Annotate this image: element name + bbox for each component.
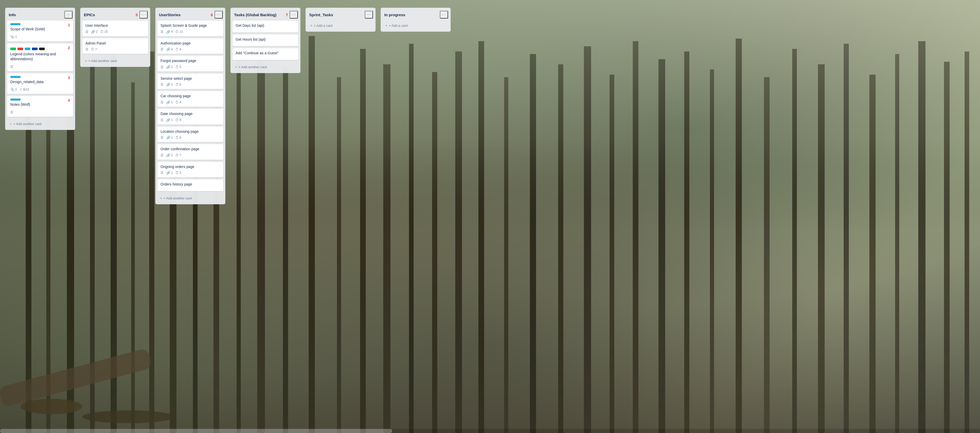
card-title: Authorization page — [161, 41, 220, 46]
card-count: 8 — [180, 136, 181, 139]
add-icon: + — [385, 24, 387, 27]
card-meta-attach: 🔗 2 — [166, 153, 173, 157]
add-card-epics[interactable]: + + Add another card — [82, 57, 148, 65]
attach-icon: 🔗 — [166, 47, 170, 51]
attach-count: 1 — [171, 171, 173, 175]
add-card-sprint-tasks[interactable]: + + Add a card — [308, 22, 374, 30]
card-location-choosing[interactable]: Location choosing page ☰ 🔗 1 🗒 8 — [158, 127, 223, 142]
card-ongoing-orders[interactable]: Ongoing orders page ☰ 🔗 1 🗒 3 — [158, 162, 223, 178]
card-meta: 📎 1 — [10, 35, 70, 39]
column-info-menu-button[interactable]: ··· — [64, 11, 73, 19]
card-date-choosing[interactable]: Date choosing page ☰ 🔗 1 🗒 8 — [158, 109, 223, 124]
card-title: Location choosing page — [161, 129, 220, 134]
card-continue-guest[interactable]: Add "Continue as a Guest" — [232, 48, 298, 60]
card-meta: ☰ 🔗 2 🗒 7 — [161, 153, 220, 157]
check-count: 9/13 — [23, 88, 29, 91]
card-meta-list: ☰ — [161, 65, 164, 69]
card-icon: 🗒 — [175, 47, 179, 51]
card-count: 7 — [180, 153, 181, 157]
attach-count: 1 — [15, 35, 17, 38]
attach-count: 2 — [171, 153, 173, 157]
card-orders-history[interactable]: Orders history page — [158, 179, 223, 191]
card-icon: 🗒 — [175, 118, 179, 122]
attach-icon: 🔗 — [166, 135, 170, 139]
attach-count: 4 — [171, 48, 173, 51]
card-meta-list: ☰ — [161, 118, 164, 122]
horizontal-scrollbar[interactable] — [0, 429, 980, 433]
card-service-select[interactable]: Service select page ☰ 🔗 2 🗒 8 — [158, 73, 223, 89]
card-meta-attach: 🔗 2 — [91, 30, 98, 34]
card-meta-card: 🗒 8 — [175, 118, 181, 122]
attach-icon: 🔗 — [166, 30, 170, 34]
card-design-related[interactable]: Design_related_data 3 📎 2 ✓ 9/13 — [7, 73, 73, 94]
card-get-hours-list[interactable]: Get Hours list (api) — [232, 35, 298, 46]
card-meta-list: ☰ — [10, 65, 13, 69]
column-tasks-count: 7 — [286, 13, 288, 17]
attach-icon: 🔗 — [166, 65, 170, 69]
card-legend[interactable]: Legend (colors meaning and abbreviations… — [7, 43, 73, 71]
card-icon: 🗒 — [175, 83, 179, 86]
card-title: User Interface — [85, 23, 145, 28]
column-userstories-title: UserStories — [159, 13, 209, 17]
add-label: + Add another card — [164, 196, 192, 200]
column-info-header: Info ··· — [5, 8, 75, 21]
card-meta-list: ☰ — [161, 171, 164, 175]
attach-count: 2 — [96, 30, 98, 33]
card-get-days-list[interactable]: Get Days list (api) — [232, 21, 298, 32]
column-epics-menu-button[interactable]: ··· — [139, 11, 148, 19]
card-notes-wolf[interactable]: Notes (Wolf) 4 ☰ — [7, 96, 73, 117]
card-meta: ☰ 🗒 7 — [85, 47, 145, 51]
card-meta-card: 🗒 11 — [175, 30, 183, 34]
card-meta-check: ✓ 9/13 — [19, 88, 29, 91]
add-card-info[interactable]: + + Add another card — [7, 120, 73, 128]
card-icon: 🗒 — [91, 47, 94, 51]
card-title: Legend (colors meaning and abbreviations… — [10, 52, 68, 62]
legend-color-cyan — [25, 48, 30, 50]
attach-icon: 📎 — [10, 88, 14, 91]
attach-icon: 🔗 — [166, 83, 170, 86]
card-title: Order confirmation page — [161, 146, 220, 152]
card-scope-of-work[interactable]: Scope of Work (SoW) 1 📎 1 — [7, 21, 73, 41]
card-meta-attach: 🔗 1 — [166, 135, 173, 139]
column-tasks-header: Tasks (Global Backlog) 7 ··· — [231, 8, 301, 21]
card-car-choosing[interactable]: Car choosing page ☰ 🔗 1 🗒 4 — [158, 91, 223, 107]
card-meta-list: ☰ — [161, 47, 164, 51]
card-count: 15 — [105, 30, 108, 33]
card-forgot-password[interactable]: Forgot password page ☰ 🔗 2 🗒 5 — [158, 56, 223, 72]
card-user-interface[interactable]: User Interface ☰ 🔗 2 🗒 15 — [82, 21, 148, 36]
column-in-progress-menu-button[interactable]: ··· — [440, 11, 448, 19]
card-title: Notes (Wolf) — [10, 102, 68, 107]
card-authorization-page[interactable]: Authorization page ☰ 🔗 4 🗒 9 — [158, 38, 223, 54]
list-icon: ☰ — [85, 47, 89, 51]
column-epics: EPICs 5 ··· User Interface ☰ 🔗 2 🗒 — [80, 8, 150, 67]
card-title: Service select page — [161, 76, 220, 81]
list-icon: ☰ — [161, 65, 164, 69]
card-meta-attach: 🔗 1 — [166, 171, 173, 175]
card-meta-attach: 🔗 1 — [166, 100, 173, 104]
scrollbar-thumb[interactable] — [0, 429, 392, 433]
card-meta-card: 🗒 3 — [175, 171, 181, 175]
card-admin-panel[interactable]: Admin Panel ☰ 🗒 7 — [82, 38, 148, 54]
card-meta-card: 🗒 7 — [175, 153, 181, 157]
add-card-tasks[interactable]: + + Add another card — [232, 63, 298, 71]
card-meta-card: 🗒 7 — [91, 47, 97, 51]
card-meta-list: ☰ — [161, 100, 164, 104]
card-order-confirmation[interactable]: Order confirmation page ☰ 🔗 2 🗒 7 — [158, 144, 223, 160]
column-sprint-tasks-menu-button[interactable]: ··· — [365, 11, 373, 19]
column-userstories-header: UserStories 6 ··· — [155, 8, 225, 21]
card-meta-attach: 📎 1 — [10, 35, 17, 39]
attach-count: 2 — [15, 88, 17, 91]
card-title: Get Days list (api) — [235, 23, 295, 28]
add-card-userstories[interactable]: + + Add another card — [158, 194, 223, 202]
card-icon: 🗒 — [175, 30, 179, 34]
column-epics-count: 5 — [135, 13, 138, 17]
add-card-in-progress[interactable]: + + Add a card — [383, 22, 449, 30]
column-userstories-menu-button[interactable]: ··· — [215, 11, 223, 19]
card-icon: 🗒 — [175, 171, 179, 175]
column-tasks-menu-button[interactable]: ··· — [290, 11, 298, 19]
column-in-progress: In progress ··· + + Add a card — [381, 8, 451, 32]
card-meta: ☰ 🔗 4 🗒 9 — [161, 47, 220, 51]
card-label-bar — [10, 23, 21, 25]
card-splash-screen[interactable]: Splash Screen & Guide page ☰ 🔗 4 🗒 11 — [158, 21, 223, 36]
card-meta-card: 🗒 4 — [175, 100, 181, 104]
